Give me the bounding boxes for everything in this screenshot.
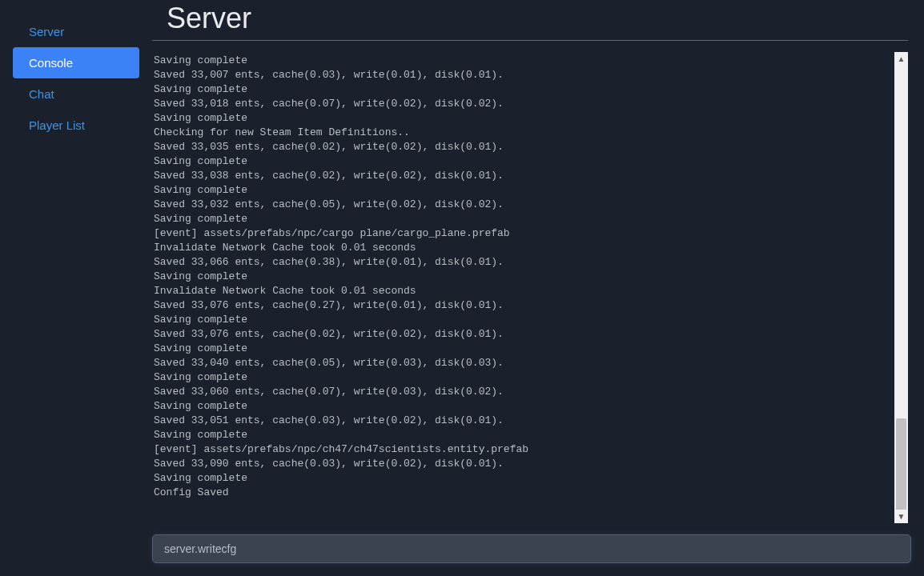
sidebar-item-label: Console — [29, 56, 73, 70]
sidebar-item-server[interactable]: Server — [13, 16, 139, 47]
sidebar-item-label: Server — [29, 25, 64, 38]
sidebar-item-console[interactable]: Console — [13, 47, 139, 78]
sidebar-item-player-list[interactable]: Player List — [13, 110, 139, 141]
scroll-down-arrow[interactable]: ▼ — [894, 510, 908, 523]
console-output-container: Saving complete Saved 33,007 ents, cache… — [152, 52, 908, 523]
sidebar-item-label: Chat — [29, 87, 54, 101]
sidebar-item-chat[interactable]: Chat — [13, 78, 139, 110]
page-title: Server — [152, 0, 908, 41]
main-panel: Server Saving complete Saved 33,007 ents… — [152, 0, 924, 576]
console-output[interactable]: Saving complete Saved 33,007 ents, cache… — [152, 52, 894, 523]
sidebar-item-label: Player List — [29, 118, 85, 132]
scrollbar[interactable]: ▲ ▼ — [894, 52, 908, 523]
command-input[interactable] — [152, 534, 911, 563]
sidebar: Server Console Chat Player List — [0, 0, 152, 576]
scroll-up-arrow[interactable]: ▲ — [894, 52, 908, 66]
scrollbar-thumb[interactable] — [896, 418, 906, 511]
